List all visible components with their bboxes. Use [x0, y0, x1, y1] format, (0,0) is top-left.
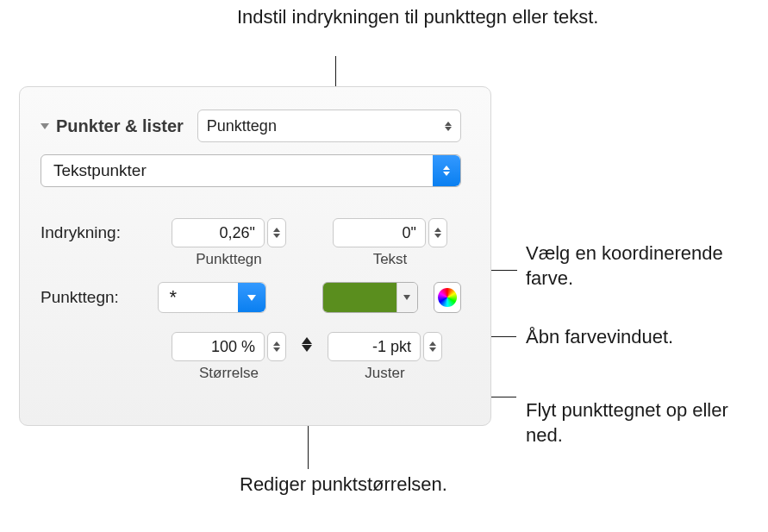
section-disclosure[interactable]: Punkter & lister: [41, 116, 184, 136]
updown-icon: [445, 122, 452, 131]
color-wheel-icon: [438, 288, 457, 307]
align-sublabel: Juster: [328, 365, 442, 382]
stepper-buttons[interactable]: [267, 332, 286, 361]
color-swatch: [323, 283, 396, 312]
indent-bullet-sublabel: Punkttegn: [172, 251, 286, 268]
bullet-size-stepper[interactable]: 100 %: [172, 332, 286, 361]
callout-indent: Indstil indrykningen til punkttegn eller…: [237, 5, 598, 30]
indent-bullet-stepper[interactable]: 0,26": [172, 218, 286, 247]
bullet-color-well[interactable]: [322, 282, 417, 313]
open-color-picker-button[interactable]: [434, 282, 461, 313]
indent-text-stepper[interactable]: 0": [333, 218, 447, 247]
select-cap-icon: [238, 283, 265, 312]
callout-align: Flyt punkttegnet op eller ned.: [526, 398, 768, 448]
callout-size: Rediger punktstørrelsen.: [240, 473, 447, 498]
bullet-align-value: -1 pkt: [372, 338, 411, 356]
stepper-buttons[interactable]: [423, 332, 442, 361]
popup-cap-icon: [433, 155, 460, 186]
chevron-down-icon: [41, 123, 49, 129]
indent-text-value: 0": [403, 224, 416, 242]
bullets-lists-panel: Punkter & lister Punkttegn Tekstpunkter …: [19, 86, 491, 426]
bullet-align-stepper[interactable]: -1 pkt: [328, 332, 442, 361]
indent-label: Indrykning:: [41, 218, 161, 242]
bullet-char-label: Punkttegn:: [41, 288, 147, 307]
size-sublabel: Størrelse: [172, 365, 286, 382]
leader-line: [516, 270, 517, 271]
indent-bullet-value: 0,26": [220, 224, 255, 242]
callout-color-well: Vælg en koordinerende farve.: [526, 241, 768, 291]
bullet-type-value: Tekstpunkter: [53, 161, 147, 180]
section-title-label: Punkter & lister: [56, 116, 184, 136]
stepper-buttons[interactable]: [267, 218, 286, 247]
align-vertical-icon: [297, 337, 317, 352]
color-well-dropdown[interactable]: [396, 283, 417, 312]
stepper-buttons[interactable]: [428, 218, 447, 247]
bullet-size-value: 100 %: [211, 338, 255, 356]
bullet-type-popup[interactable]: Tekstpunkter: [41, 154, 461, 187]
bullet-symbol-value: *: [169, 286, 177, 309]
bullet-symbol-select[interactable]: *: [158, 282, 266, 313]
indent-text-sublabel: Tekst: [333, 251, 447, 268]
list-style-popup[interactable]: Punkttegn: [197, 110, 461, 142]
callout-color-picker: Åbn farvevinduet.: [526, 325, 673, 350]
list-style-value: Punkttegn: [207, 117, 277, 135]
